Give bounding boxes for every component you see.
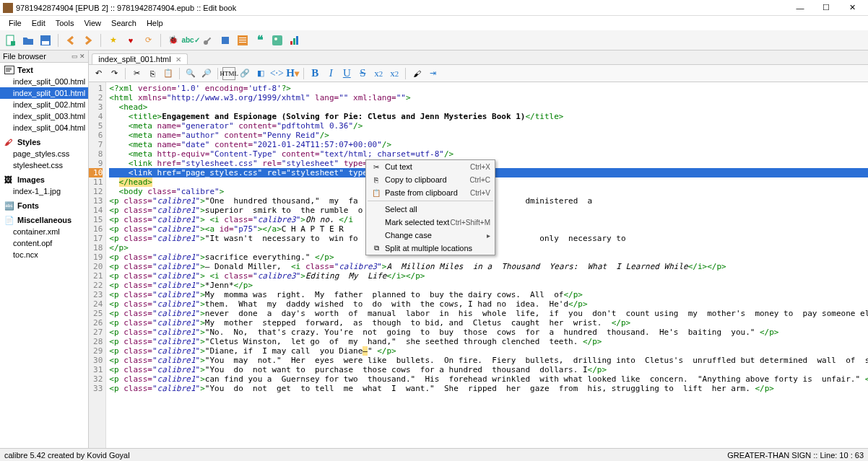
main-toolbar: ★ ♥ ⟳ 🐞 abc✓ ❝ <box>0 30 868 51</box>
fb-item[interactable]: stylesheet.css <box>0 159 88 171</box>
redo-icon[interactable]: ↷ <box>108 67 121 80</box>
tools-icon[interactable] <box>201 34 214 47</box>
svg-rect-9 <box>239 40 246 40</box>
cut-icon: ✂ <box>370 163 382 171</box>
panel-controls[interactable]: ▭ ✕ <box>71 53 86 60</box>
bug-icon[interactable]: 🐞 <box>167 34 180 47</box>
paste-icon[interactable]: 📋 <box>162 67 175 80</box>
image-icon[interactable] <box>271 34 284 47</box>
images-icon: 🖼 <box>4 175 14 184</box>
menu-edit[interactable]: Edit <box>27 17 50 29</box>
fb-item[interactable]: content.opf <box>0 237 88 249</box>
editor-tab[interactable]: index_split_001.html ✕ <box>92 53 187 64</box>
file-browser-panel: File browser ▭ ✕ Textindex_split_000.htm… <box>0 51 89 448</box>
app-icon <box>3 3 13 13</box>
ctx-item[interactable]: Mark selected textCtrl+Shift+M <box>366 216 495 229</box>
fb-heading-misc[interactable]: 📄Miscellaneous <box>0 214 88 226</box>
svg-rect-14 <box>293 38 295 45</box>
svg-rect-18 <box>6 68 12 69</box>
search-icon[interactable]: 🔎 <box>200 67 213 80</box>
fb-heading-text[interactable]: Text <box>0 64 88 76</box>
open-icon[interactable] <box>22 34 35 47</box>
code-editor[interactable]: 1234567891011121314151617181920212223242… <box>89 82 868 448</box>
color-picker-icon[interactable]: 🖌 <box>410 67 423 80</box>
fb-heading-styles[interactable]: 🖌Styles <box>0 136 88 148</box>
ctx-item[interactable]: Change case▸ <box>366 229 495 242</box>
quote-icon[interactable]: ❝ <box>253 34 266 47</box>
fb-heading-images[interactable]: 🖼Images <box>0 174 88 185</box>
bold-icon[interactable]: B <box>308 67 321 80</box>
heart-icon[interactable]: ♥ <box>124 34 137 47</box>
find-icon[interactable]: 🔍 <box>184 67 197 80</box>
svg-rect-8 <box>239 38 246 38</box>
fb-item[interactable]: index_split_004.html <box>0 122 88 133</box>
undo-icon[interactable]: ↶ <box>92 67 105 80</box>
menu-bar: FileEditToolsViewSearchHelp <box>0 16 868 30</box>
compress-icon[interactable] <box>219 34 232 47</box>
next-icon[interactable] <box>82 34 95 47</box>
maximize-button[interactable]: ☐ <box>813 0 839 16</box>
fb-item[interactable]: index_split_000.html <box>0 76 88 87</box>
star-icon[interactable]: ★ <box>107 34 120 47</box>
menu-file[interactable]: File <box>4 17 26 29</box>
fb-item[interactable]: container.xml <box>0 226 88 237</box>
ctx-item[interactable]: ⧉Split at multiple locations <box>366 242 495 255</box>
heading-icon[interactable]: H▾ <box>286 67 299 80</box>
refresh-icon[interactable]: ⟳ <box>142 34 155 47</box>
ctx-item[interactable]: Select all <box>366 203 495 216</box>
status-left: calibre 5.42 created by Kovid Goyal <box>4 451 727 460</box>
html-tag-icon[interactable]: HTML <box>222 67 235 80</box>
indent-icon[interactable]: ⇥ <box>426 67 439 80</box>
subscript-icon[interactable]: x2 <box>372 67 385 80</box>
toc-icon[interactable] <box>236 34 249 47</box>
context-menu: ✂Cut textCtrl+X⎘Copy to clipboardCtrl+C📋… <box>365 159 495 255</box>
underline-icon[interactable]: U <box>340 67 353 80</box>
prev-icon[interactable] <box>64 34 77 47</box>
styles-icon: 🖌 <box>4 138 14 146</box>
fb-item[interactable]: index_split_003.html <box>0 110 88 122</box>
fb-item[interactable]: toc.ncx <box>0 249 88 260</box>
menu-view[interactable]: View <box>79 17 105 29</box>
editor-toolbar: ↶ ↷ ✂ ⎘ 📋 🔍 🔎 HTML 🔗 ◧ <·> H▾ B I U S x2… <box>89 65 868 82</box>
misc-icon: 📄 <box>4 216 14 224</box>
minimize-button[interactable]: — <box>787 0 813 16</box>
menu-tools[interactable]: Tools <box>51 17 79 29</box>
ctx-item[interactable]: 📋Paste from clipboardCtrl+V <box>366 186 495 199</box>
svg-rect-19 <box>6 69 12 70</box>
spellcheck-icon[interactable]: abc✓ <box>184 34 197 47</box>
svg-point-12 <box>274 38 277 40</box>
new-file-icon[interactable] <box>4 34 17 47</box>
menu-search[interactable]: Search <box>107 17 141 29</box>
chart-icon[interactable] <box>288 34 301 47</box>
fb-item[interactable]: index_split_001.html <box>0 87 88 99</box>
svg-rect-15 <box>296 36 298 45</box>
paste-icon: 📋 <box>370 189 382 197</box>
superscript-icon[interactable]: x2 <box>388 67 401 80</box>
svg-rect-11 <box>272 35 282 45</box>
fb-item[interactable]: index-1_1.jpg <box>0 185 88 197</box>
status-right: GREATER-THAN SIGN :: Line: 10 : 63 <box>727 451 864 460</box>
fb-item[interactable]: page_styles.css <box>0 148 88 159</box>
copy-icon[interactable]: ⎘ <box>146 67 159 80</box>
menu-help[interactable]: Help <box>142 17 168 29</box>
ctx-item[interactable]: ⎘Copy to clipboardCtrl+C <box>366 173 495 186</box>
copy-icon: ⎘ <box>370 176 382 184</box>
ctx-item[interactable]: ✂Cut textCtrl+X <box>366 160 495 173</box>
fb-heading-fonts[interactable]: 🔤Fonts <box>0 200 88 211</box>
editor-panel: index_split_001.html ✕ ↶ ↷ ✂ ⎘ 📋 🔍 🔎 HTM… <box>89 51 868 448</box>
tab-bar: index_split_001.html ✕ <box>89 51 868 65</box>
close-tab-icon[interactable]: ✕ <box>175 56 181 63</box>
close-button[interactable]: ✕ <box>839 0 865 16</box>
fb-item[interactable]: index_split_002.html <box>0 99 88 110</box>
save-icon[interactable] <box>39 34 52 47</box>
tag-icon[interactable]: <·> <box>270 67 283 80</box>
window-title: 9781942874904 [EPUB 2] :: 9781942874904.… <box>16 4 787 12</box>
link-icon[interactable]: 🔗 <box>238 67 251 80</box>
italic-icon[interactable]: I <box>324 67 337 80</box>
cut-icon[interactable]: ✂ <box>130 67 143 80</box>
color-icon[interactable]: ◧ <box>254 67 267 80</box>
strike-icon[interactable]: S <box>356 67 369 80</box>
svg-rect-13 <box>290 41 292 45</box>
svg-rect-20 <box>6 71 10 71</box>
svg-rect-3 <box>42 41 49 45</box>
